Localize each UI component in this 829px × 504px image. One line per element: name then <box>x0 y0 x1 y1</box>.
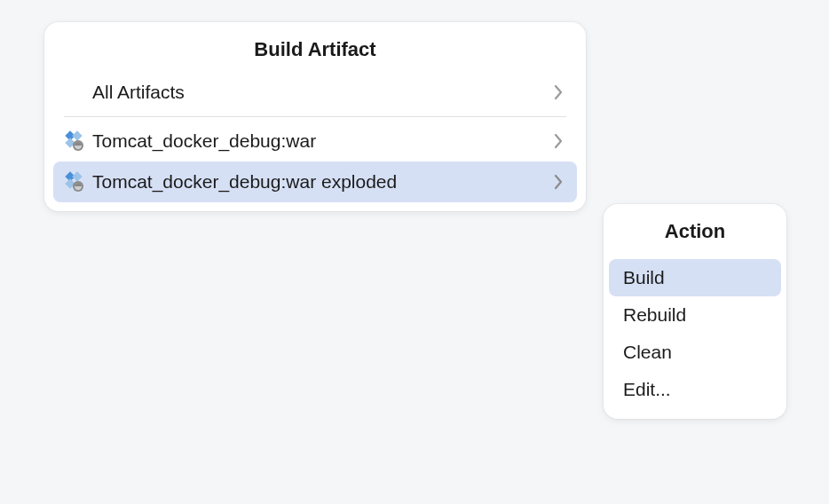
action-list: Build Rebuild Clean Edit... <box>604 254 786 419</box>
build-artifact-panel: Build Artifact All Artifacts Tomcat_dock… <box>44 22 586 211</box>
artifact-item-war[interactable]: Tomcat_docker_debug:war <box>53 121 577 161</box>
action-panel: Action Build Rebuild Clean Edit... <box>604 204 786 419</box>
build-artifact-title: Build Artifact <box>44 22 586 72</box>
action-label: Rebuild <box>623 304 686 326</box>
action-label: Clean <box>623 342 672 363</box>
chevron-right-icon <box>554 174 563 190</box>
chevron-right-icon <box>554 133 563 149</box>
action-build[interactable]: Build <box>609 259 781 296</box>
artifact-icon <box>62 130 85 153</box>
svg-rect-6 <box>72 171 82 181</box>
action-edit[interactable]: Edit... <box>609 371 781 408</box>
artifact-icon <box>62 170 85 193</box>
artifact-item-label: Tomcat_docker_debug:war <box>92 130 547 152</box>
action-label: Edit... <box>623 379 671 400</box>
action-title: Action <box>604 204 786 254</box>
all-artifacts-label: All Artifacts <box>92 82 547 103</box>
action-clean[interactable]: Clean <box>609 334 781 371</box>
action-rebuild[interactable]: Rebuild <box>609 296 781 334</box>
artifact-item-war-exploded[interactable]: Tomcat_docker_debug:war exploded <box>53 161 577 202</box>
artifact-item-label: Tomcat_docker_debug:war exploded <box>92 171 547 193</box>
divider <box>64 116 566 117</box>
chevron-right-icon <box>554 84 563 100</box>
svg-rect-1 <box>72 130 82 140</box>
action-label: Build <box>623 267 665 288</box>
all-artifacts-item[interactable]: All Artifacts <box>53 72 577 113</box>
